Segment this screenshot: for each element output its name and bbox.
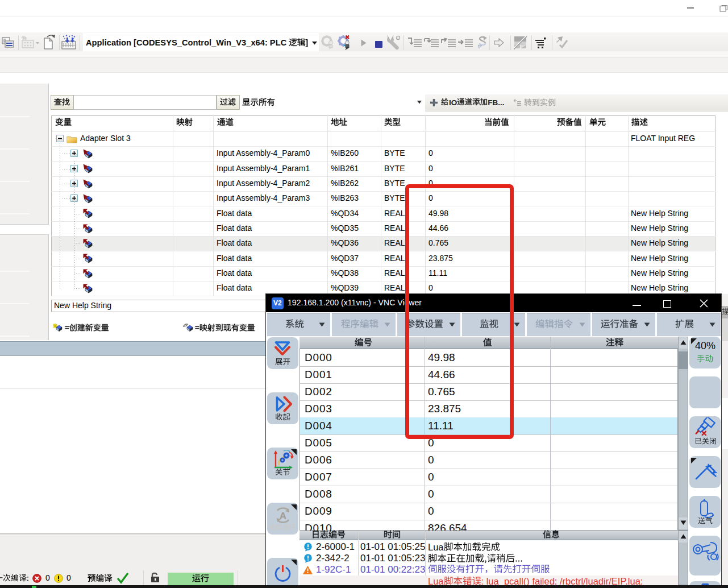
svg-text:A: A bbox=[280, 511, 286, 521]
